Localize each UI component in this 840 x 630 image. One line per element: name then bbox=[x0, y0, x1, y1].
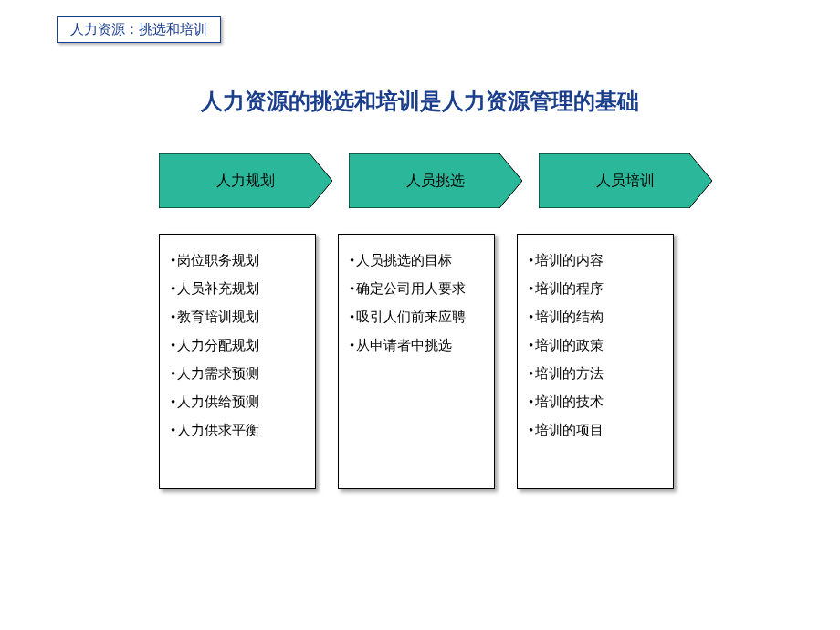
list-item: 人力供求平衡 bbox=[171, 421, 306, 440]
chevron-step-3: 人员培训 bbox=[539, 153, 712, 208]
page-title: 人力资源的挑选和培训是人力资源管理的基础 bbox=[0, 87, 840, 116]
breadcrumb-box: 人力资源：挑选和培训 bbox=[57, 16, 221, 43]
list-item: 人力分配规划 bbox=[171, 336, 306, 355]
list-item: 人员补充规划 bbox=[171, 279, 306, 299]
item-list: 培训的内容培训的程序培训的结构培训的政策培训的方法培训的技术培训的项目 bbox=[529, 251, 664, 440]
list-item: 人员挑选的目标 bbox=[350, 251, 485, 270]
list-item: 人力需求预测 bbox=[171, 364, 306, 383]
list-item: 吸引人们前来应聘 bbox=[350, 308, 485, 327]
columns-row: 岗位职务规划人员补充规划教育培训规划人力分配规划人力需求预测人力供给预测人力供求… bbox=[159, 234, 674, 489]
list-item: 培训的方法 bbox=[529, 364, 664, 383]
column-box-1: 岗位职务规划人员补充规划教育培训规划人力分配规划人力需求预测人力供给预测人力供求… bbox=[159, 234, 316, 489]
chevron-label: 人员培训 bbox=[596, 172, 655, 191]
list-item: 确定公司用人要求 bbox=[350, 279, 485, 299]
item-list: 人员挑选的目标确定公司用人要求吸引人们前来应聘从申请者中挑选 bbox=[350, 251, 485, 355]
list-item: 培训的程序 bbox=[529, 279, 664, 299]
list-item: 培训的结构 bbox=[529, 308, 664, 327]
chevron-step-2: 人员挑选 bbox=[349, 153, 522, 208]
chevron-step-1: 人力规划 bbox=[159, 153, 332, 208]
list-item: 培训的项目 bbox=[529, 421, 664, 440]
breadcrumb-text: 人力资源：挑选和培训 bbox=[70, 22, 207, 37]
list-item: 培训的政策 bbox=[529, 336, 664, 355]
list-item: 培训的内容 bbox=[529, 251, 664, 270]
list-item: 人力供给预测 bbox=[171, 393, 306, 412]
chevron-label: 人力规划 bbox=[216, 172, 275, 191]
list-item: 教育培训规划 bbox=[171, 308, 306, 327]
list-item: 从申请者中挑选 bbox=[350, 336, 485, 355]
column-box-2: 人员挑选的目标确定公司用人要求吸引人们前来应聘从申请者中挑选 bbox=[338, 234, 495, 489]
item-list: 岗位职务规划人员补充规划教育培训规划人力分配规划人力需求预测人力供给预测人力供求… bbox=[171, 251, 306, 440]
list-item: 培训的技术 bbox=[529, 393, 664, 412]
column-box-3: 培训的内容培训的程序培训的结构培训的政策培训的方法培训的技术培训的项目 bbox=[517, 234, 674, 489]
chevron-label: 人员挑选 bbox=[406, 172, 465, 191]
list-item: 岗位职务规划 bbox=[171, 251, 306, 270]
chevron-row: 人力规划 人员挑选 人员培训 bbox=[159, 153, 712, 208]
